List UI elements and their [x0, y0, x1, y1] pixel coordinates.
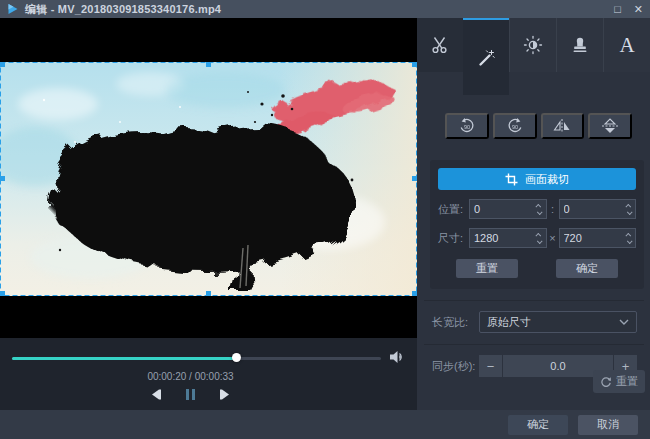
seek-slider-fill [12, 357, 236, 360]
position-row: 位置: : [438, 199, 636, 219]
position-x-input[interactable] [470, 200, 533, 218]
chevron-down-icon [619, 319, 629, 325]
crop-picture-button[interactable]: 画面裁切 [438, 168, 636, 190]
brightness-icon [523, 35, 543, 55]
size-height-input[interactable] [560, 229, 623, 247]
edit-panel: A 90 90 [417, 18, 650, 410]
panel-reset-label: 重置 [616, 374, 638, 389]
position-x-field-wrap [469, 199, 547, 219]
effects-tab-content: 90 90 [417, 95, 650, 410]
video-frame[interactable] [0, 62, 417, 296]
aspect-ratio-label: 长宽比: [432, 315, 479, 330]
crop-icon [505, 173, 518, 186]
aspect-ratio-row: 长宽比: 原始尺寸 [432, 311, 637, 333]
sync-label: 同步(秒): [432, 359, 479, 374]
svg-text:90: 90 [464, 124, 470, 130]
tab-watermark[interactable] [556, 18, 603, 72]
aspect-ratio-value: 原始尺寸 [487, 315, 619, 330]
flip-horizontal-icon [552, 117, 572, 135]
flip-vertical-button[interactable] [588, 113, 632, 139]
divider [424, 300, 644, 301]
flip-horizontal-button[interactable] [541, 113, 585, 139]
size-row: 尺寸: × [438, 228, 636, 248]
position-separator: : [547, 203, 559, 215]
crop-action-buttons: 重置 确定 [438, 259, 636, 278]
position-y-input[interactable] [560, 200, 623, 218]
tab-cut[interactable] [417, 18, 463, 72]
position-x-spinner[interactable] [533, 200, 546, 218]
edit-dialog-window: 编辑 - MV_201803091853340176.mp4 □ ✕ [0, 0, 650, 439]
crop-groupbox: 画面裁切 位置: : 尺寸: [430, 160, 644, 289]
rotate-right-icon: 90 [505, 117, 525, 135]
svg-text:90: 90 [512, 124, 518, 130]
sync-minus-button[interactable]: − [479, 355, 502, 377]
dialog-ok-button[interactable]: 确定 [508, 415, 568, 435]
tab-text[interactable]: A [603, 18, 650, 72]
playback-controls [0, 387, 381, 401]
dialog-cancel-button[interactable]: 取消 [578, 415, 638, 435]
seek-slider[interactable] [12, 354, 381, 363]
rotate-right-90-button[interactable]: 90 [493, 113, 537, 139]
window-title: 编辑 - MV_201803091853340176.mp4 [25, 2, 221, 17]
seek-slider-handle[interactable] [232, 353, 241, 362]
size-label: 尺寸: [438, 231, 469, 246]
position-label: 位置: [438, 202, 469, 217]
crop-confirm-button[interactable]: 确定 [556, 259, 618, 278]
tab-adjust[interactable] [509, 18, 556, 72]
text-tool-glyph: A [619, 35, 634, 56]
size-width-spinner[interactable] [533, 229, 546, 247]
close-icon[interactable]: ✕ [634, 4, 643, 15]
size-width-input[interactable] [470, 229, 533, 247]
divider [424, 344, 644, 345]
dialog-footer: 确定 取消 [0, 410, 650, 439]
rotate-left-icon: 90 [457, 117, 477, 135]
crop-reset-button[interactable]: 重置 [456, 259, 518, 278]
video-stage [0, 18, 417, 338]
video-content-ink-tree [0, 62, 417, 296]
flip-vertical-icon [600, 117, 620, 135]
titlebar: 编辑 - MV_201803091853340176.mp4 □ ✕ [0, 0, 650, 18]
stamp-icon [570, 35, 590, 55]
app-logo-icon [7, 3, 19, 15]
volume-icon[interactable] [389, 349, 406, 365]
magic-wand-icon [476, 48, 496, 68]
tool-tabs: A [417, 18, 650, 72]
size-height-spinner[interactable] [622, 229, 635, 247]
player-bar: 00:00:20 / 00:00:33 [0, 338, 417, 410]
aspect-ratio-select[interactable]: 原始尺寸 [479, 311, 637, 333]
scissors-icon [430, 35, 450, 55]
video-preview-area: 00:00:20 / 00:00:33 [0, 18, 417, 410]
panel-reset-button[interactable]: 重置 [593, 370, 645, 393]
maximize-icon[interactable]: □ [614, 4, 621, 15]
size-height-field-wrap [559, 228, 637, 248]
position-y-spinner[interactable] [622, 200, 635, 218]
size-width-field-wrap [469, 228, 547, 248]
transform-buttons-row: 90 90 [445, 113, 632, 139]
step-backward-button[interactable] [148, 387, 164, 401]
crop-button-label: 画面裁切 [525, 172, 569, 187]
refresh-icon [600, 376, 612, 388]
time-display: 00:00:20 / 00:00:33 [0, 371, 381, 382]
size-separator: × [547, 232, 559, 244]
rotate-left-90-button[interactable]: 90 [445, 113, 489, 139]
step-forward-button[interactable] [218, 387, 234, 401]
tab-effects[interactable] [463, 18, 509, 95]
position-y-field-wrap [559, 199, 637, 219]
pause-button[interactable] [183, 387, 199, 401]
